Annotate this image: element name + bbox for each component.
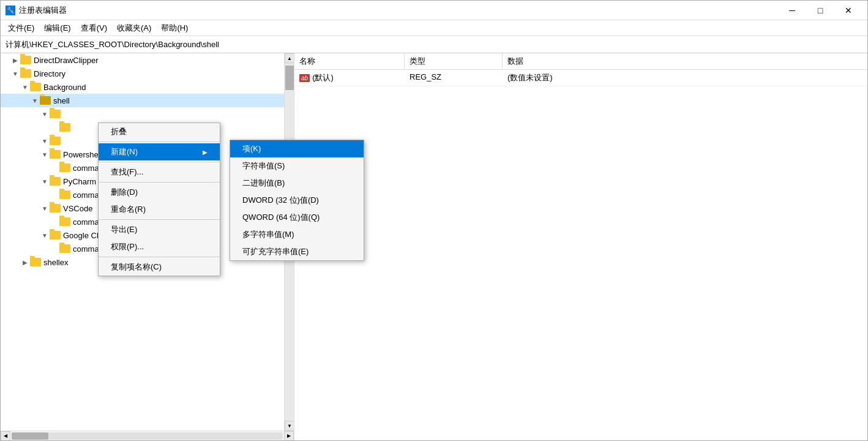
folder-icon (50, 137, 61, 145)
folder-icon (59, 190, 70, 199)
expand-btn[interactable]: ▼ (40, 136, 50, 146)
detail-pane: 名称 类型 数据 ab (默认) REG_SZ (数值未设置) (294, 53, 867, 440)
window-title: 注册表编辑器 (19, 5, 778, 16)
address-path: 计算机\HKEY_CLASSES_ROOT\Directory\Backgrou… (6, 39, 219, 50)
detail-header: 名称 类型 数据 (294, 53, 867, 70)
tree-hscrollbar[interactable]: ◀ ▶ (1, 431, 294, 440)
sub-item-string[interactable]: 字符串值(S) (230, 157, 364, 175)
cell-data: (数值未设置) (503, 70, 867, 86)
tree-node-directdrawclipper[interactable]: ▶ DirectDrawClipper (1, 53, 294, 67)
scroll-left-btn[interactable]: ◀ (1, 431, 10, 441)
folder-icon (30, 83, 41, 91)
node-label: shellex (43, 258, 68, 267)
tree-node-background[interactable]: ▼ Background (1, 80, 294, 94)
node-label: Powershell (63, 150, 102, 159)
sub-item-multistring[interactable]: 多字符串值(M) (230, 226, 364, 243)
minimize-button[interactable]: ─ (778, 1, 806, 20)
expand-btn[interactable]: ▼ (40, 203, 50, 213)
ctx-item-permissions[interactable]: 权限(P)... (99, 238, 220, 255)
detail-row[interactable]: ab (默认) REG_SZ (数值未设置) (294, 70, 867, 86)
folder-icon (50, 177, 61, 186)
sub-item-dword[interactable]: DWORD (32 位)值(D) (230, 192, 364, 209)
folder-icon (59, 164, 70, 172)
menu-help[interactable]: 帮助(H) (156, 21, 193, 35)
ctx-item-delete[interactable]: 删除(D) (99, 184, 220, 201)
menu-favorites[interactable]: 收藏夹(A) (112, 21, 156, 35)
expand-btn[interactable]: ▼ (40, 109, 50, 119)
node-label: shell (53, 96, 70, 105)
ctx-separator-5 (99, 257, 220, 257)
node-label: Directory (34, 69, 65, 78)
folder-icon (30, 258, 41, 266)
ctx-item-rename[interactable]: 重命名(R) (99, 201, 220, 218)
folder-icon (59, 217, 70, 226)
cell-name: ab (默认) (294, 70, 405, 86)
scroll-thumb[interactable] (285, 66, 294, 90)
tree-node-directory[interactable]: ▼ Directory (1, 67, 294, 80)
cell-name-value: (默认) (312, 72, 334, 83)
col-header-name: 名称 (294, 53, 405, 69)
folder-icon (59, 123, 70, 132)
ctx-item-export[interactable]: 导出(E) (99, 221, 220, 238)
expand-btn[interactable]: ▶ (10, 55, 20, 65)
ctx-item-new[interactable]: 新建(N) ▶ (99, 143, 220, 160)
expand-btn[interactable]: ▼ (20, 82, 30, 92)
folder-icon (20, 69, 31, 78)
expand-btn[interactable]: ▼ (30, 96, 40, 105)
ctx-item-new-label: 新建(N) (111, 146, 138, 157)
ctx-separator-2 (99, 162, 220, 162)
hscroll-thumb[interactable] (12, 432, 48, 440)
expand-btn[interactable]: ▼ (10, 69, 20, 78)
scroll-down-btn[interactable]: ▼ (285, 421, 294, 431)
folder-icon (20, 56, 31, 64)
node-label: DirectDrawClipper (34, 56, 98, 65)
cell-type: REG_SZ (405, 70, 503, 86)
folder-icon (50, 231, 61, 239)
sub-item-qword[interactable]: QWORD (64 位)值(Q) (230, 209, 364, 226)
context-menu: 折叠 新建(N) ▶ 查找(F)... 删除(D) 重命名(R) 导出(E) 权… (98, 123, 220, 276)
node-label: Background (43, 83, 86, 92)
sub-item-expandstring[interactable]: 可扩充字符串值(E) (230, 243, 364, 260)
col-header-data: 数据 (503, 53, 867, 69)
expand-btn[interactable]: ▼ (40, 230, 50, 240)
folder-icon (40, 96, 51, 105)
menu-file[interactable]: 文件(E) (3, 21, 39, 35)
registry-editor-window: 🔧 注册表编辑器 ─ □ ✕ 文件(E) 编辑(E) 查看(V) 收藏夹(A) … (0, 0, 868, 441)
sub-item-key[interactable]: 项(K) (230, 140, 364, 157)
sub-item-binary[interactable]: 二进制值(B) (230, 175, 364, 192)
app-icon: 🔧 (6, 6, 15, 15)
scroll-up-btn[interactable]: ▲ (285, 53, 294, 63)
ctx-item-find[interactable]: 查找(F)... (99, 164, 220, 181)
scroll-right-btn[interactable]: ▶ (284, 431, 294, 441)
hscroll-track (12, 432, 283, 440)
title-bar: 🔧 注册表编辑器 ─ □ ✕ (1, 1, 867, 20)
folder-icon (50, 110, 61, 118)
folder-icon (59, 244, 70, 253)
submenu: 项(K) 字符串值(S) 二进制值(B) DWORD (32 位)值(D) QW… (230, 140, 364, 261)
maximize-button[interactable]: □ (806, 1, 834, 20)
menu-bar: 文件(E) 编辑(E) 查看(V) 收藏夹(A) 帮助(H) (1, 20, 867, 36)
node-label: VSCode (63, 204, 92, 213)
address-bar: 计算机\HKEY_CLASSES_ROOT\Directory\Backgrou… (1, 36, 867, 53)
window-controls: ─ □ ✕ (778, 1, 862, 20)
ctx-item-copy-name[interactable]: 复制项名称(C) (99, 258, 220, 276)
ctx-item-collapse[interactable]: 折叠 (99, 123, 220, 140)
expand-btn[interactable]: ▼ (40, 176, 50, 186)
close-button[interactable]: ✕ (834, 1, 862, 20)
menu-view[interactable]: 查看(V) (76, 21, 112, 35)
ctx-separator-3 (99, 182, 220, 183)
submenu-arrow: ▶ (203, 149, 208, 156)
expand-btn[interactable]: ▶ (20, 257, 30, 267)
ctx-separator (99, 141, 220, 142)
folder-icon (50, 204, 61, 213)
expand-btn[interactable]: ▼ (40, 149, 50, 159)
menu-edit[interactable]: 编辑(E) (39, 21, 75, 35)
ctx-separator-4 (99, 219, 220, 220)
folder-icon (50, 150, 61, 159)
col-header-type: 类型 (405, 53, 503, 69)
reg-type-icon: ab (299, 74, 310, 82)
tree-node-shell[interactable]: ▼ shell (1, 94, 294, 107)
tree-node-sub1[interactable]: ▼ (1, 107, 294, 121)
